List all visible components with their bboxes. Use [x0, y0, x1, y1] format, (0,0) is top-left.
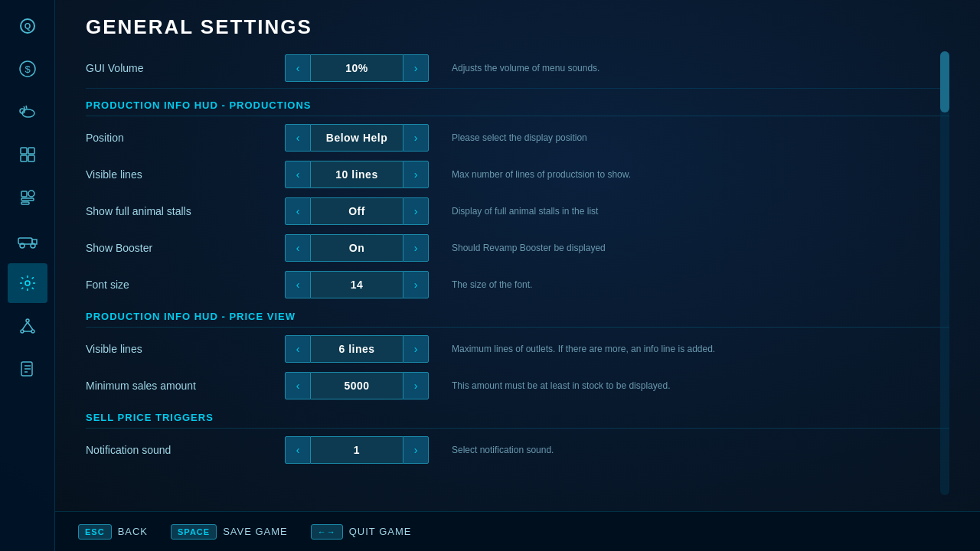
svg-text:Q: Q	[24, 21, 31, 31]
min-sales-label: Minimum sales amount	[86, 380, 285, 392]
svg-rect-8	[21, 148, 27, 154]
booster-value: On	[311, 234, 403, 262]
svg-rect-16	[18, 238, 32, 244]
esc-key-badge: ESC	[78, 524, 112, 540]
price-visible-lines-value: 6 lines	[311, 335, 403, 363]
notification-sound-control: ‹ 1 ›	[285, 436, 429, 464]
visible-lines-value: 10 lines	[311, 161, 403, 188]
gui-volume-control: ‹ 10% ›	[285, 54, 429, 82]
page-title: GENERAL SETTINGS	[86, 15, 949, 39]
sidebar-item-guide[interactable]	[8, 349, 47, 389]
font-size-desc: The size of the font.	[452, 279, 949, 290]
gui-volume-value: 10%	[311, 54, 403, 82]
notification-sound-desc: Select notification sound.	[452, 445, 949, 455]
gui-volume-desc: Adjusts the volume of menu sounds.	[452, 63, 949, 73]
booster-desc: Should Revamp Booster be displayed	[452, 243, 949, 253]
svg-line-7	[26, 106, 27, 109]
visible-lines-prev-btn[interactable]: ‹	[285, 161, 311, 188]
price-visible-lines-desc: Maximum lines of outlets. If there are m…	[452, 344, 949, 354]
min-sales-prev-btn[interactable]: ‹	[285, 372, 311, 399]
min-sales-value: 5000	[311, 372, 403, 399]
animal-stalls-next-btn[interactable]: ›	[403, 197, 429, 225]
sidebar-item-animals[interactable]	[8, 92, 47, 132]
setting-row-position: Position ‹ Below Help › Please select th…	[86, 119, 949, 156]
price-visible-lines-label: Visible lines	[86, 343, 285, 355]
price-visible-lines-prev-btn[interactable]: ‹	[285, 335, 311, 363]
svg-line-25	[28, 322, 33, 330]
animal-stalls-value: Off	[311, 197, 403, 225]
gui-volume-row: GUI Volume ‹ 10% › Adjusts the volume of…	[86, 51, 949, 89]
visible-lines-desc: Max number of lines of productsion to sh…	[452, 169, 949, 180]
sidebar-item-network[interactable]	[8, 306, 47, 346]
quit-key-badge: ←→	[311, 524, 343, 540]
font-size-next-btn[interactable]: ›	[403, 271, 429, 298]
setting-row-visible-lines: Visible lines ‹ 10 lines › Max number of…	[86, 156, 949, 193]
notification-sound-prev-btn[interactable]: ‹	[285, 436, 311, 464]
svg-rect-14	[21, 198, 34, 201]
svg-rect-9	[28, 148, 34, 154]
sidebar-item-fields[interactable]	[8, 135, 47, 174]
setting-row-price-visible-lines: Visible lines ‹ 6 lines › Maximum lines …	[86, 331, 949, 367]
svg-point-23	[31, 330, 34, 333]
font-size-prev-btn[interactable]: ‹	[285, 271, 311, 298]
price-visible-lines-control: ‹ 6 lines ›	[285, 335, 429, 363]
font-size-label: Font size	[86, 279, 285, 291]
setting-row-animal-stalls: Show full animal stalls ‹ Off › Display …	[86, 193, 949, 230]
save-label: SAVE GAME	[223, 526, 288, 537]
svg-point-22	[21, 330, 24, 333]
position-desc: Please select the display position	[452, 132, 949, 143]
animal-stalls-prev-btn[interactable]: ‹	[285, 197, 311, 225]
svg-point-13	[28, 191, 34, 197]
price-view-section-header: PRODUCTION INFO HUD - PRICE VIEW	[86, 303, 949, 328]
position-control: ‹ Below Help ›	[285, 124, 429, 152]
setting-row-booster: Show Booster ‹ On › Should Revamp Booste…	[86, 230, 949, 266]
sell-triggers-section-header: SELL PRICE TRIGGERS	[86, 404, 949, 429]
scrollbar-thumb[interactable]	[940, 51, 949, 112]
animal-stalls-desc: Display of full animal stalls in the lis…	[452, 206, 949, 217]
animal-stalls-control: ‹ Off ›	[285, 197, 429, 225]
sidebar-item-settings[interactable]	[8, 263, 47, 303]
productions-section-header: PRODUCTION INFO HUD - PRODUCTIONS	[86, 92, 949, 116]
quit-game-button[interactable]: ←→ QUIT GAME	[311, 524, 412, 540]
position-label: Position	[86, 132, 285, 144]
visible-lines-next-btn[interactable]: ›	[403, 161, 429, 188]
font-size-control: ‹ 14 ›	[285, 271, 429, 298]
position-prev-btn[interactable]: ‹	[285, 124, 311, 152]
sidebar-item-vehicles[interactable]	[8, 220, 47, 260]
svg-rect-11	[28, 155, 34, 161]
gui-volume-prev-btn[interactable]: ‹	[285, 54, 311, 82]
visible-lines-label: Visible lines	[86, 168, 285, 181]
price-visible-lines-next-btn[interactable]: ›	[403, 335, 429, 363]
position-next-btn[interactable]: ›	[403, 124, 429, 152]
booster-next-btn[interactable]: ›	[403, 234, 429, 262]
min-sales-next-btn[interactable]: ›	[403, 372, 429, 399]
svg-point-21	[26, 319, 29, 322]
booster-control: ‹ On ›	[285, 234, 429, 262]
gui-volume-next-btn[interactable]: ›	[403, 54, 429, 82]
main-content: GENERAL SETTINGS GUI Volume ‹ 10% › Adju…	[55, 0, 980, 551]
svg-rect-10	[21, 155, 27, 161]
bottom-bar: ESC BACK SPACE SAVE GAME ←→ QUIT GAME	[55, 511, 980, 551]
sidebar-item-money[interactable]: $	[8, 49, 47, 89]
setting-row-font-size: Font size ‹ 14 › The size of the font.	[86, 266, 949, 303]
setting-row-notification-sound: Notification sound ‹ 1 › Select notifica…	[86, 432, 949, 468]
notification-sound-label: Notification sound	[86, 444, 285, 456]
sidebar-item-q[interactable]: Q	[8, 6, 47, 46]
setting-row-min-sales: Minimum sales amount ‹ 5000 › This amoun…	[86, 367, 949, 404]
back-button[interactable]: ESC BACK	[78, 524, 148, 540]
svg-point-20	[25, 281, 30, 285]
notification-sound-next-btn[interactable]: ›	[403, 436, 429, 464]
quit-label: QUIT GAME	[349, 526, 412, 537]
svg-line-24	[22, 322, 28, 330]
save-game-button[interactable]: SPACE SAVE GAME	[171, 524, 288, 540]
min-sales-desc: This amount must be at least in stock to…	[452, 380, 949, 391]
animal-stalls-label: Show full animal stalls	[86, 205, 285, 217]
booster-prev-btn[interactable]: ‹	[285, 234, 311, 262]
space-key-badge: SPACE	[171, 524, 217, 540]
back-label: BACK	[118, 526, 148, 537]
booster-label: Show Booster	[86, 242, 285, 254]
scrollbar-track[interactable]	[940, 51, 949, 495]
sidebar-item-production[interactable]	[8, 178, 47, 217]
position-value: Below Help	[311, 124, 403, 152]
min-sales-control: ‹ 5000 ›	[285, 372, 429, 399]
